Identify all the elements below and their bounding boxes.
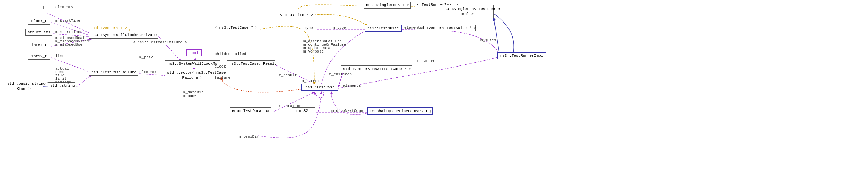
label-message: message: [55, 80, 71, 84]
label-m-children: m_children: [329, 72, 352, 76]
node-std-vector-TestSuitePtr-label: std::vector< TestSuite * >: [417, 26, 476, 30]
node-TestCaseResult-label: ns3::TestCase::Result: [229, 62, 277, 66]
label-m-parent: m_parent: [302, 79, 320, 83]
node-SystemWallClockMsPrivate-label: ns3::SystemWallClockMsPrivate: [91, 33, 157, 37]
label-childrenFailed: childrenFailed: [215, 52, 246, 56]
svg-line-1: [51, 23, 92, 36]
node-TestCaseFailure-angle: < ns3::TestCaseFailure >: [131, 39, 186, 45]
node-TestCaseFailure-angle-label: < ns3::TestCaseFailure >: [133, 40, 187, 44]
label-elements-testsuite: elements: [404, 26, 422, 30]
label-m-type: m_type: [333, 26, 346, 30]
node-Type-label: Type: [304, 26, 313, 30]
label-m-name: m_name: [183, 94, 197, 98]
node-std-vector-TestCase-label: std::vector< ns3::TestCase * >: [343, 67, 411, 71]
node-SystemWallClockMs-label: ns3::SystemWallClockMs: [167, 62, 217, 66]
node-clock_t-label: clock_t: [31, 19, 47, 23]
node-Singleton-T-label: ns3::Singleton< T >: [366, 3, 409, 7]
label-elements-T: elements: [55, 5, 73, 9]
node-std-basic-string-label: std::basic_string< Char >: [7, 82, 48, 91]
node-Singleton-TestRunnerImpl: ns3::Singleton< TestRunnerImpl >: [440, 5, 494, 18]
label-elements-testcase2: elements: [343, 84, 361, 88]
svg-line-20: [494, 18, 500, 57]
diagram-container: T clock_t struct tms int64_t int32_t std…: [0, 0, 868, 177]
node-bool: bool: [186, 49, 202, 56]
node-TestSuite-angle: < TestSuite * >: [277, 12, 315, 18]
node-TestSuite: ns3::TestSuite: [365, 25, 402, 32]
node-std-vector-T: std::vector< T >: [89, 25, 128, 31]
node-Type: Type: [301, 25, 316, 31]
node-TestSuite-label: ns3::TestSuite: [367, 26, 399, 30]
label-m-tempDir: m_tempDir: [239, 135, 259, 139]
node-FqCobalt: FqCobaltQueueDiscEcnMarking: [367, 107, 433, 115]
node-enum-TestDuration: enum TestDuration: [230, 107, 271, 114]
label-m-dropNextCount: m_dropNextCount: [331, 109, 365, 113]
node-uint32_t-label: uint32_t: [295, 109, 313, 113]
node-TestCase-ptr-angle-label: < ns3::TestCase * >: [215, 26, 257, 30]
node-TestRunnerImpl: ns3::TestRunnerImpl: [497, 52, 546, 59]
node-TestSuite-angle-label: < TestSuite * >: [280, 13, 313, 17]
node-std-basic-string: std::basic_string< Char >: [5, 80, 43, 93]
label-elements-testcase: elements: [139, 70, 158, 74]
node-TestCase-label: ns3::TestCase: [305, 85, 335, 89]
node-SystemWallClockMs: ns3::SystemWallClockMs: [165, 60, 220, 67]
label-m-sutes: m_sutes: [480, 38, 496, 42]
node-int32_t: int32_t: [28, 53, 50, 60]
node-TestCaseFailure: ns3::TestCaseFailure: [89, 69, 138, 76]
node-std-vector-TestSuitePtr: std::vector< TestSuite * >: [415, 25, 476, 31]
node-Singleton-T: ns3::Singleton< T >: [364, 2, 411, 9]
node-T-label: T: [42, 5, 45, 10]
svg-line-5: [76, 75, 92, 87]
node-std-vector-TestCase: std::vector< ns3::TestCase * >: [341, 65, 412, 72]
node-enum-TestDuration-label: enum TestDuration: [232, 109, 270, 113]
label-m-verbose: m_verbose: [303, 49, 324, 54]
node-struct_tms-label: struct tms: [28, 30, 50, 34]
node-SystemWallClockMsPrivate: ns3::SystemWallClockMsPrivate: [89, 32, 158, 39]
node-int64_t-label: int64_t: [31, 43, 47, 47]
node-int32_t-label: int32_t: [31, 54, 47, 58]
label-m-duration: m_duration: [279, 104, 301, 108]
label-m-runner: m_runner: [417, 59, 435, 63]
node-bool-label: bool: [189, 51, 198, 55]
node-TestRunnerImpl-label: ns3::TestRunnerImpl: [500, 54, 543, 58]
label-failure: failure: [215, 76, 230, 80]
node-TestCase-ptr-angle: < ns3::TestCase * >: [213, 25, 260, 31]
node-int64_t: int64_t: [28, 42, 50, 48]
label-m-startTimes: m_startTimes: [55, 30, 82, 34]
node-TestCase: ns3::TestCase: [301, 84, 338, 91]
label-m-startTime: m_startTime: [55, 19, 80, 23]
node-TestCaseResult: ns3::TestCase::Result: [227, 60, 275, 67]
label-m-elapsedUser: m_elapsedUser: [55, 43, 85, 47]
node-T: T: [38, 4, 49, 11]
node-struct_tms: struct tms: [25, 29, 52, 36]
label-line: line: [55, 54, 64, 58]
node-Singleton-TestRunnerImpl-label: ns3::Singleton< TestRunnerImpl >: [442, 7, 501, 16]
node-std-vector-T-label: std::vector< T >: [91, 26, 127, 30]
label-m-priv: m_priv: [139, 55, 153, 59]
node-clock_t: clock_t: [28, 18, 50, 25]
label-clock: clock: [215, 64, 226, 69]
label-m-result: m_result: [279, 73, 297, 77]
node-TestCaseFailure-label: ns3::TestCaseFailure: [91, 70, 136, 74]
node-std-vector-TestCaseFailure: std::vector< ns3::TestCaseFailure >: [165, 69, 220, 82]
node-FqCobalt-label: FqCobaltQueueDiscEcnMarking: [370, 109, 431, 113]
node-uint32_t: uint32_t: [292, 107, 315, 114]
